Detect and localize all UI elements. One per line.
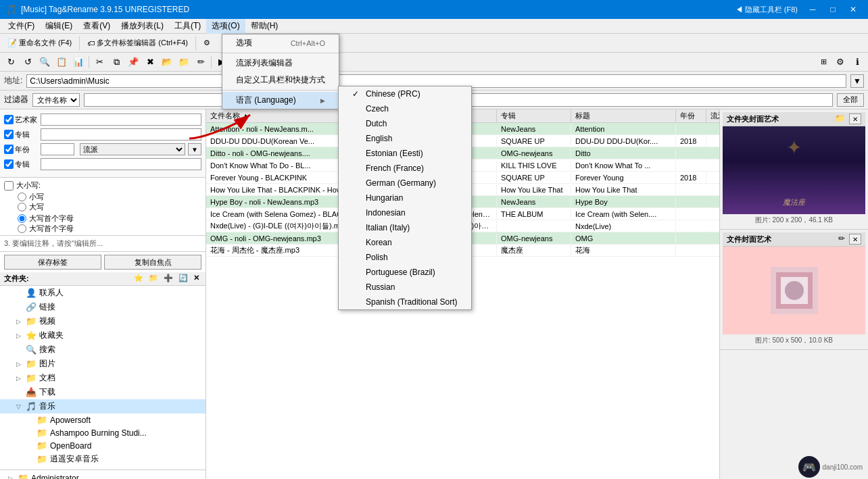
artist-checkbox[interactable] [4, 115, 14, 124]
menu-help[interactable]: 帮助(H) [245, 19, 284, 34]
close-button[interactable]: ✕ [844, 2, 863, 17]
tree-new-btn[interactable]: ➕ [162, 274, 175, 282]
col-header-album[interactable]: 专辑 [497, 109, 571, 122]
lang-polish[interactable]: Polish [339, 250, 471, 265]
tree-links[interactable]: 🔗 链接 [0, 300, 206, 314]
tree-contacts[interactable]: 👤 联系人 [0, 286, 206, 300]
tree-search[interactable]: 🔍 搜索 [0, 343, 206, 357]
tree-refresh-btn[interactable]: 🔄 [176, 274, 190, 282]
lang-english[interactable]: English [339, 131, 471, 146]
album-input[interactable] [41, 128, 201, 141]
address-dropdown[interactable]: ▼ [850, 74, 864, 88]
menu-tools[interactable]: 工具(T) [169, 19, 206, 34]
minimize-button[interactable]: ─ [803, 2, 822, 17]
lang-italian[interactable]: Italian (Italy) [339, 220, 471, 235]
tree-videos[interactable]: ▷ 📁 视频 [0, 314, 206, 328]
lang-indonesian[interactable]: Indonesian [339, 205, 471, 220]
options-menu-item-playlist[interactable]: 流派列表编辑器 [222, 55, 339, 72]
menu-file[interactable]: 文件(F) [3, 19, 40, 34]
tb-btn-delete[interactable]: ✖ [142, 55, 158, 70]
lang-chinese-prc[interactable]: Chinese (PRC) [339, 86, 471, 101]
genre-select[interactable]: 流派 [80, 143, 185, 155]
year-checkbox[interactable] [4, 145, 14, 154]
admin-icon: 📁 [18, 473, 28, 479]
cover-delete-btn-1[interactable]: ✕ [849, 114, 861, 124]
album-checkbox[interactable] [4, 130, 14, 139]
first-capital-radio[interactable] [18, 214, 26, 223]
cover-folder-icon[interactable]: 📁 [835, 114, 845, 124]
lang-french[interactable]: French (France) [339, 161, 471, 176]
tree-ashampoo[interactable]: 📁 Ashampoo Burning Studi... [0, 426, 206, 439]
uppercase-radio[interactable] [18, 203, 26, 211]
tb-btn-4[interactable]: 📊 [70, 55, 87, 70]
tree-item-label: 搜索 [39, 344, 55, 355]
search-icon: 🔍 [26, 345, 37, 355]
tb-btn-2[interactable]: ↺ [20, 55, 36, 70]
tb-btn-1[interactable]: ↻ [3, 55, 19, 70]
lang-spanish[interactable]: Spanish (Traditional Sort) [339, 295, 471, 309]
tree-close-btn[interactable]: ✕ [191, 274, 201, 282]
cover-delete-btn-2[interactable]: ✕ [849, 234, 861, 245]
tree-android-music[interactable]: 📁 逍遥安卓音乐 [0, 452, 206, 466]
tb-btn-extra2[interactable]: ⚙ [832, 55, 848, 70]
tag-editor-button[interactable]: 🏷 多文件标签编辑器 (Ctrl+F4) [82, 35, 193, 51]
menu-options[interactable]: 选项(O) [206, 19, 245, 34]
tb-btn-paste[interactable]: 📌 [125, 55, 141, 70]
tree-item-label: 链接 [39, 301, 55, 313]
tb-btn-new[interactable]: 📁 [176, 55, 192, 70]
col-header-genre[interactable]: 流派 [706, 109, 719, 122]
tree-folder-btn[interactable]: 📁 [147, 274, 160, 282]
tree-pictures[interactable]: ▷ 📁 图片 [0, 357, 206, 371]
artist-input[interactable] [41, 114, 201, 126]
copy-focus-btn[interactable]: 复制自焦点 [104, 255, 201, 270]
maximize-button[interactable]: □ [823, 2, 842, 17]
menu-playlist[interactable]: 播放列表(L) [116, 19, 169, 34]
tree-music[interactable]: ▽ 🎵 音乐 [0, 399, 206, 413]
cell-album: KILL THIS LOVE [497, 161, 571, 170]
tb-btn-info2[interactable]: ℹ [849, 55, 865, 70]
filter-select-all[interactable]: 全部 [837, 93, 864, 107]
tree-downloads[interactable]: 📥 下载 [0, 385, 206, 399]
tree-add-btn[interactable]: ⭐ [132, 274, 145, 282]
tree-favorites[interactable]: ▷ ⭐ 收藏夹 [0, 328, 206, 343]
options-menu-item-toolbar[interactable]: 自定义工具栏和快捷方式 [222, 72, 339, 89]
tree-apowersoft[interactable]: 📁 Apowersoft [0, 413, 206, 426]
lang-german[interactable]: German (Germany) [339, 176, 471, 191]
tb-btn-search[interactable]: 🔍 [37, 55, 53, 70]
every-capital-radio[interactable] [18, 224, 26, 233]
tb-btn-extra1[interactable]: ⊞ [815, 55, 831, 70]
tree-documents[interactable]: ▷ 📁 文档 [0, 371, 206, 385]
tb-btn-3[interactable]: 📋 [53, 55, 70, 70]
col-header-title[interactable]: 标题 [571, 109, 676, 122]
lowercase-radio[interactable] [18, 193, 26, 201]
settings-button[interactable]: ⚙ [199, 35, 215, 51]
year-input[interactable] [41, 143, 74, 155]
lang-estonian[interactable]: Estonian (Eesti) [339, 146, 471, 161]
comments-checkbox[interactable] [4, 159, 14, 169]
cover-edit-icon[interactable]: ✏ [838, 234, 845, 245]
lang-hungarian[interactable]: Hungarian [339, 191, 471, 205]
menu-edit[interactable]: 编辑(E) [40, 19, 78, 34]
lang-korean[interactable]: Korean [339, 235, 471, 250]
save-tags-btn[interactable]: 保存标签 [4, 255, 101, 270]
tb-btn-rename[interactable]: ✏ [193, 55, 209, 70]
lowercase-label: 小写 [29, 192, 44, 202]
pictures-expand-icon: ▷ [16, 361, 26, 368]
rename-button[interactable]: 📝 重命名文件 (F4) [3, 35, 76, 51]
options-menu-item-options[interactable]: 选项 Ctrl+Alt+O [222, 34, 339, 51]
case-checkbox[interactable] [4, 181, 14, 191]
tb-btn-folder[interactable]: 📂 [159, 55, 175, 70]
lang-russian[interactable]: Russian [339, 280, 471, 295]
tb-btn-copy[interactable]: ⧉ [108, 55, 124, 70]
col-header-year[interactable]: 年份 [676, 109, 706, 122]
tb-btn-5[interactable]: ✂ [91, 55, 107, 70]
tree-administrator[interactable]: ▷ 📁 Administrator [0, 472, 206, 479]
comments-input[interactable] [41, 158, 201, 170]
filter-select[interactable]: 文件名称 [32, 93, 80, 107]
action-buttons: 保存标签 复制自焦点 [0, 252, 206, 272]
tree-openboard[interactable]: 📁 OpenBoard [0, 439, 206, 452]
menu-view[interactable]: 查看(V) [78, 19, 116, 34]
lang-czech[interactable]: Czech [339, 101, 471, 116]
lang-portuguese[interactable]: Portuguese (Brazil) [339, 265, 471, 280]
lang-dutch[interactable]: Dutch [339, 116, 471, 131]
